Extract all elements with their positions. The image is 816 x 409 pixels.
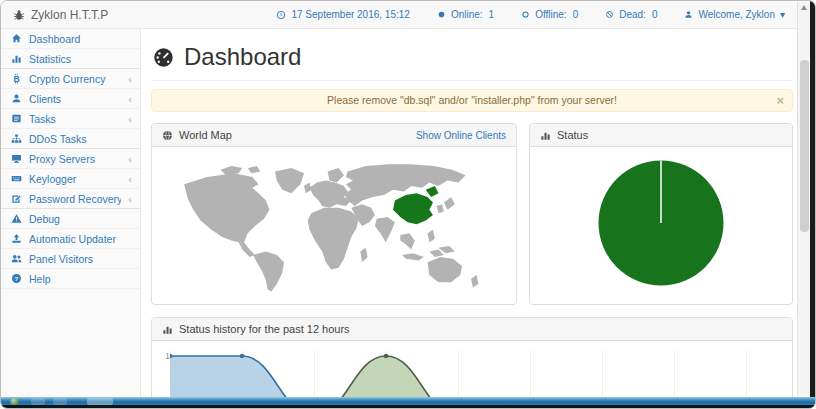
sidebar-item-label: Statistics: [29, 53, 132, 65]
online-label: Online:: [451, 9, 483, 20]
window-right-edge: [810, 1, 815, 408]
alert-message: Please remove "db.sql" and/or "installer…: [327, 94, 617, 106]
brand-link[interactable]: Zyklon H.T.T.P: [13, 8, 108, 22]
sidebar-item-label: Panel Visitors: [29, 253, 132, 265]
map-country-china[interactable]: [393, 186, 438, 224]
bar-chart-icon: [540, 130, 551, 141]
browser-window: Zyklon H.T.T.P 17 September 2016, 15:12 …: [0, 0, 816, 409]
sidebar-item-statistics[interactable]: Statistics: [1, 49, 140, 69]
online-count: 1: [489, 9, 495, 20]
offline-label: Offline:: [535, 9, 567, 20]
dead-label: Dead:: [619, 9, 646, 20]
taskbar-icon[interactable]: [53, 398, 67, 405]
ban-icon: [605, 10, 614, 19]
status-pie-chart[interactable]: [586, 152, 736, 294]
sidebar-item-label: Clients: [29, 93, 121, 105]
circle-outline-icon: [521, 10, 530, 19]
offline-count: 0: [573, 9, 579, 20]
sidebar-item-label: Tasks: [29, 113, 121, 125]
sitemap-icon: [11, 133, 22, 144]
offline-counter[interactable]: Offline: 0: [521, 9, 578, 20]
sidebar-item-label: DDoS Tasks: [29, 133, 132, 145]
sidebar-item-label: Help: [29, 273, 132, 285]
sidebar-item-label: Keylogger: [29, 173, 121, 185]
world-map-panel: World Map Show Online Clients: [151, 123, 517, 305]
sidebar-item-label: Proxy Servers: [29, 153, 121, 165]
status-history-header: Status history for the past 12 hours: [152, 318, 792, 341]
world-map-panel-header: World Map Show Online Clients: [152, 124, 516, 147]
bar-chart-icon: [11, 53, 22, 64]
warning-alert: Please remove "db.sql" and/or "installer…: [151, 89, 793, 112]
vertical-scrollbar[interactable]: [797, 2, 810, 396]
bitcoin-icon: B: [11, 73, 22, 84]
question-icon: ?: [11, 273, 22, 284]
sidebar-item-clients[interactable]: Clients ‹: [1, 89, 140, 109]
sidebar-item-tasks[interactable]: Tasks ‹: [1, 109, 140, 129]
main-content: Dashboard Please remove "db.sql" and/or …: [141, 29, 797, 408]
status-panel-body: [530, 147, 792, 299]
sidebar-item-crypto-currency[interactable]: B Crypto Currency ‹: [1, 69, 140, 89]
sidebar-item-debug[interactable]: Debug: [1, 209, 140, 229]
dashboard-panels-row: World Map Show Online Clients: [151, 123, 793, 305]
datetime-display: 17 September 2016, 15:12: [276, 9, 409, 20]
caret-down-icon: ▾: [780, 9, 785, 20]
close-icon[interactable]: ×: [776, 90, 784, 111]
home-icon: [11, 33, 22, 44]
sidebar-item-dashboard[interactable]: Dashboard: [1, 29, 140, 49]
sidebar-item-label: Password Recovery: [29, 193, 121, 205]
bar-chart-icon: [162, 324, 173, 335]
svg-text:?: ?: [15, 275, 19, 282]
sidebar-item-proxy-servers[interactable]: Proxy Servers ‹: [1, 149, 140, 169]
page-title: Dashboard: [184, 43, 301, 71]
sidebar-item-label: Automatic Updater: [29, 233, 132, 245]
page-header: Dashboard: [153, 43, 793, 81]
user-icon: [684, 10, 693, 19]
dead-counter[interactable]: Dead: 0: [605, 9, 657, 20]
sidebar-nav: Dashboard Statistics B Crypto Currency ‹…: [1, 29, 141, 408]
sidebar-item-label: Crypto Currency: [29, 73, 121, 85]
globe-icon: [162, 130, 173, 141]
scrollbar-thumb[interactable]: [800, 60, 809, 232]
edit-icon: [11, 193, 22, 204]
world-map-body: [152, 147, 516, 304]
world-map-title: World Map: [179, 129, 232, 141]
sidebar-item-ddos-tasks[interactable]: DDoS Tasks: [1, 129, 140, 149]
data-point: [384, 354, 388, 358]
sidebar-item-automatic-updater[interactable]: Automatic Updater: [1, 229, 140, 249]
sidebar-item-label: Debug: [29, 213, 132, 225]
status-title: Status: [557, 129, 588, 141]
scrollbar-up-arrow-icon[interactable]: [801, 4, 808, 11]
status-panel-header: Status: [530, 124, 792, 147]
user-menu-label: Welcome, Zyklon: [698, 9, 775, 20]
warning-icon: [11, 213, 22, 224]
top-navbar: Zyklon H.T.T.P 17 September 2016, 15:12 …: [1, 1, 815, 29]
svg-text:B: B: [13, 74, 19, 84]
navbar-right: 17 September 2016, 15:12 Online: 1 Offli…: [276, 9, 785, 20]
show-online-clients-link[interactable]: Show Online Clients: [416, 130, 506, 141]
datetime-label: 17 September 2016, 15:12: [291, 9, 409, 20]
bug-icon: [13, 9, 25, 21]
user-menu-dropdown[interactable]: Welcome, Zyklon ▾: [684, 9, 785, 20]
sidebar-item-label: Dashboard: [29, 33, 132, 45]
sidebar-item-help[interactable]: ? Help: [1, 269, 140, 289]
data-point: [240, 354, 244, 358]
sidebar-item-keylogger[interactable]: Keylogger ‹: [1, 169, 140, 189]
start-button-icon[interactable]: [10, 398, 19, 405]
world-map-svg[interactable]: [166, 153, 502, 299]
dead-count: 0: [652, 9, 658, 20]
online-counter[interactable]: Online: 1: [437, 9, 494, 20]
status-panel: Status: [529, 123, 793, 305]
gauge-icon: [153, 47, 174, 68]
sidebar-item-password-recovery[interactable]: Password Recovery ‹: [1, 189, 140, 209]
taskbar-icon[interactable]: [31, 398, 45, 405]
taskbar-active-icon[interactable]: [87, 398, 113, 405]
status-history-panel: Status history for the past 12 hours 1: [151, 317, 793, 408]
brand-label: Zyklon H.T.T.P: [31, 8, 108, 22]
keyboard-icon: [11, 173, 22, 184]
windows-taskbar[interactable]: [1, 397, 815, 405]
window-bottom-edge: [1, 405, 815, 408]
sidebar-item-panel-visitors[interactable]: Panel Visitors: [1, 249, 140, 269]
clock-icon: [276, 10, 286, 20]
tasks-icon: [11, 113, 22, 124]
status-history-title: Status history for the past 12 hours: [179, 323, 350, 335]
